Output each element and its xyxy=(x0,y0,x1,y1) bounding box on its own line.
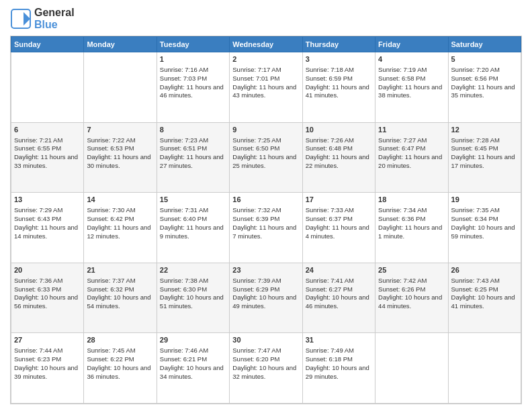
day-number: 10 xyxy=(306,125,372,135)
calendar-cell: 28Sunrise: 7:45 AMSunset: 6:22 PMDayligh… xyxy=(84,333,157,404)
sunset-text: Sunset: 7:01 PM xyxy=(232,75,299,83)
sunrise-text: Sunrise: 7:36 AM xyxy=(14,277,81,285)
sunset-text: Sunset: 6:21 PM xyxy=(160,355,226,364)
calendar-cell: 1Sunrise: 7:16 AMSunset: 7:03 PMDaylight… xyxy=(157,52,229,123)
day-number: 4 xyxy=(378,54,445,64)
sunrise-text: Sunrise: 7:34 AM xyxy=(378,206,445,215)
day-number: 1 xyxy=(160,54,226,64)
sunrise-text: Sunrise: 7:26 AM xyxy=(306,136,372,145)
sunset-text: Sunset: 6:43 PM xyxy=(14,215,81,224)
day-number: 25 xyxy=(378,265,445,275)
sunrise-text: Sunrise: 7:29 AM xyxy=(14,206,81,215)
sunrise-text: Sunrise: 7:45 AM xyxy=(87,347,153,355)
sunset-text: Sunset: 6:59 PM xyxy=(306,75,372,83)
daylight-text: Daylight: 11 hours and 22 minutes. xyxy=(306,153,372,171)
sunset-text: Sunset: 6:20 PM xyxy=(232,355,299,364)
calendar-cell: 11Sunrise: 7:27 AMSunset: 6:47 PMDayligh… xyxy=(375,122,448,193)
sunrise-text: Sunrise: 7:42 AM xyxy=(378,277,445,285)
sunset-text: Sunset: 6:25 PM xyxy=(451,285,518,294)
sunset-text: Sunset: 6:56 PM xyxy=(451,75,518,83)
sunrise-text: Sunrise: 7:38 AM xyxy=(160,277,226,285)
day-number: 13 xyxy=(14,195,81,205)
calendar-cell: 31Sunrise: 7:49 AMSunset: 6:18 PMDayligh… xyxy=(302,333,375,404)
calendar: SundayMondayTuesdayWednesdayThursdayFrid… xyxy=(10,36,522,404)
daylight-text: Daylight: 10 hours and 34 minutes. xyxy=(160,364,226,381)
calendar-cell: 20Sunrise: 7:36 AMSunset: 6:33 PMDayligh… xyxy=(11,263,84,333)
logo-text-block: General Blue xyxy=(34,7,75,30)
sunset-text: Sunset: 6:50 PM xyxy=(232,144,299,153)
daylight-text: Daylight: 11 hours and 25 minutes. xyxy=(232,153,299,171)
sunset-text: Sunset: 6:36 PM xyxy=(378,215,445,224)
day-number: 30 xyxy=(232,335,299,345)
sunset-text: Sunset: 6:42 PM xyxy=(87,215,153,224)
sunrise-text: Sunrise: 7:30 AM xyxy=(87,206,153,215)
header: General Blue xyxy=(10,7,522,30)
daylight-text: Daylight: 11 hours and 12 minutes. xyxy=(87,224,153,241)
sunrise-text: Sunrise: 7:39 AM xyxy=(232,277,299,285)
day-header-saturday: Saturday xyxy=(448,37,521,52)
day-number: 28 xyxy=(87,335,153,345)
logo-line1: General xyxy=(34,7,75,19)
calendar-cell: 25Sunrise: 7:42 AMSunset: 6:26 PMDayligh… xyxy=(375,263,448,333)
sunset-text: Sunset: 6:45 PM xyxy=(451,144,518,153)
daylight-text: Daylight: 10 hours and 49 minutes. xyxy=(232,293,299,311)
calendar-cell: 23Sunrise: 7:39 AMSunset: 6:29 PMDayligh… xyxy=(230,263,302,333)
calendar-cell: 5Sunrise: 7:20 AMSunset: 6:56 PMDaylight… xyxy=(448,52,521,123)
calendar-cell: 8Sunrise: 7:23 AMSunset: 6:51 PMDaylight… xyxy=(157,122,229,193)
daylight-text: Daylight: 10 hours and 36 minutes. xyxy=(87,364,153,381)
sunrise-text: Sunrise: 7:46 AM xyxy=(160,347,226,355)
calendar-cell: 12Sunrise: 7:28 AMSunset: 6:45 PMDayligh… xyxy=(448,122,521,193)
sunset-text: Sunset: 6:53 PM xyxy=(87,144,153,153)
daylight-text: Daylight: 10 hours and 59 minutes. xyxy=(451,224,518,241)
sunset-text: Sunset: 6:39 PM xyxy=(232,215,299,224)
daylight-text: Daylight: 10 hours and 54 minutes. xyxy=(87,293,153,311)
day-header-friday: Friday xyxy=(375,37,448,52)
calendar-cell xyxy=(84,52,157,123)
daylight-text: Daylight: 10 hours and 29 minutes. xyxy=(306,364,372,381)
calendar-cell: 27Sunrise: 7:44 AMSunset: 6:23 PMDayligh… xyxy=(11,333,84,404)
sunrise-text: Sunrise: 7:25 AM xyxy=(232,136,299,145)
sunrise-text: Sunrise: 7:47 AM xyxy=(232,347,299,355)
daylight-text: Daylight: 11 hours and 30 minutes. xyxy=(87,153,153,171)
calendar-cell: 21Sunrise: 7:37 AMSunset: 6:32 PMDayligh… xyxy=(84,263,157,333)
day-number: 26 xyxy=(451,265,518,275)
calendar-cell: 19Sunrise: 7:35 AMSunset: 6:34 PMDayligh… xyxy=(448,193,521,263)
svg-marker-1 xyxy=(24,12,30,26)
logo-line2: Blue xyxy=(34,19,75,31)
calendar-cell: 18Sunrise: 7:34 AMSunset: 6:36 PMDayligh… xyxy=(375,193,448,263)
daylight-text: Daylight: 10 hours and 56 minutes. xyxy=(14,293,81,311)
day-number: 6 xyxy=(14,125,81,135)
sunrise-text: Sunrise: 7:37 AM xyxy=(87,277,153,285)
day-number: 9 xyxy=(232,125,299,135)
day-number: 3 xyxy=(306,54,372,64)
sunrise-text: Sunrise: 7:32 AM xyxy=(232,206,299,215)
logo: General Blue xyxy=(10,7,75,30)
day-number: 21 xyxy=(87,265,153,275)
daylight-text: Daylight: 10 hours and 39 minutes. xyxy=(14,364,81,381)
sunrise-text: Sunrise: 7:20 AM xyxy=(451,66,518,75)
day-number: 23 xyxy=(232,265,299,275)
sunset-text: Sunset: 6:58 PM xyxy=(378,75,445,83)
sunset-text: Sunset: 6:34 PM xyxy=(451,215,518,224)
sunrise-text: Sunrise: 7:33 AM xyxy=(306,206,372,215)
day-number: 29 xyxy=(160,335,226,345)
sunset-text: Sunset: 6:40 PM xyxy=(160,215,226,224)
calendar-cell: 4Sunrise: 7:19 AMSunset: 6:58 PMDaylight… xyxy=(375,52,448,123)
calendar-cell: 7Sunrise: 7:22 AMSunset: 6:53 PMDaylight… xyxy=(84,122,157,193)
day-number: 22 xyxy=(160,265,226,275)
calendar-cell: 10Sunrise: 7:26 AMSunset: 6:48 PMDayligh… xyxy=(302,122,375,193)
day-number: 15 xyxy=(160,195,226,205)
sunrise-text: Sunrise: 7:16 AM xyxy=(160,66,226,75)
daylight-text: Daylight: 11 hours and 35 minutes. xyxy=(451,83,518,101)
daylight-text: Daylight: 11 hours and 27 minutes. xyxy=(160,153,226,171)
sunset-text: Sunset: 7:03 PM xyxy=(160,75,226,83)
calendar-cell: 3Sunrise: 7:18 AMSunset: 6:59 PMDaylight… xyxy=(302,52,375,123)
day-number: 24 xyxy=(306,265,372,275)
page: General Blue SundayMondayTuesdayWednesda… xyxy=(0,0,532,411)
calendar-cell xyxy=(11,52,84,123)
calendar-cell xyxy=(448,333,521,404)
daylight-text: Daylight: 10 hours and 44 minutes. xyxy=(378,293,445,311)
daylight-text: Daylight: 11 hours and 33 minutes. xyxy=(14,153,81,171)
sunrise-text: Sunrise: 7:43 AM xyxy=(451,277,518,285)
sunset-text: Sunset: 6:27 PM xyxy=(306,285,372,294)
